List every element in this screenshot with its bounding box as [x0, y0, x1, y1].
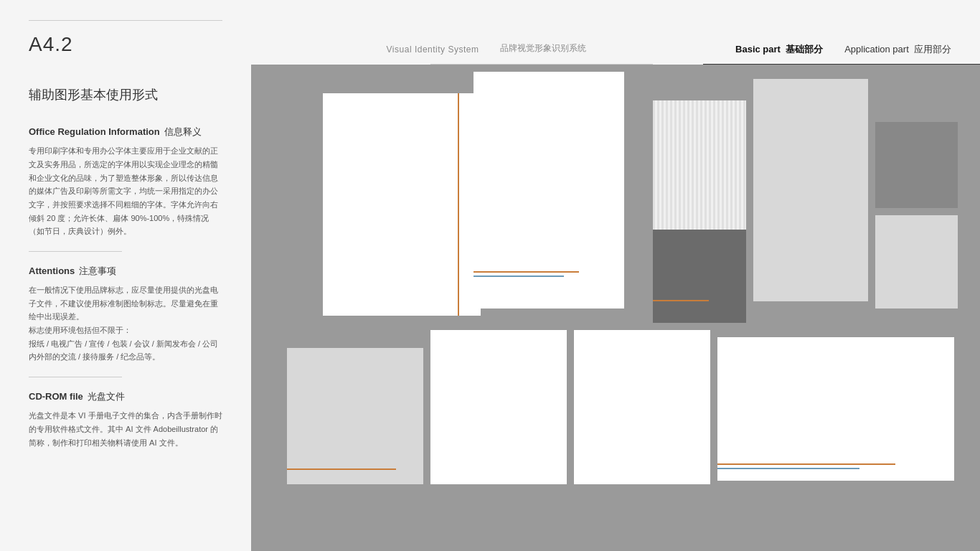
section3-title-cn: 光盘文件	[88, 390, 125, 403]
left-panel: 辅助图形基本使用形式 Office Regulation Information…	[0, 65, 251, 551]
card-7	[875, 215, 958, 309]
card-6	[875, 122, 958, 208]
right-panel	[251, 65, 980, 551]
divider-1	[29, 251, 122, 252]
section1-title-en: Office Regulation Information	[29, 126, 160, 137]
vis-title-cn: 品牌视觉形象识别系统	[500, 42, 586, 55]
card-8	[287, 348, 423, 484]
header: A4.2 Visual Identity System 品牌视觉形象识别系统 B…	[0, 0, 980, 65]
header-right: Basic part 基础部分 Application part 应用部分	[722, 43, 980, 56]
header-bottom-line	[703, 64, 980, 65]
nav-application-part[interactable]: Application part 应用部分	[844, 43, 951, 56]
page-subtitle: 辅助图形基本使用形式	[29, 86, 222, 104]
section3-title-en: CD-ROM file	[29, 391, 83, 402]
card-2	[473, 72, 624, 309]
vis-title-en: Visual Identity System	[387, 44, 479, 55]
card-10	[574, 330, 710, 484]
card-3-striped	[653, 100, 746, 230]
section1-title-cn: 信息释义	[164, 126, 202, 138]
section2-title-en: Attentions	[29, 265, 75, 276]
card-11	[717, 337, 954, 481]
section2-title-cn: 注意事项	[79, 265, 116, 278]
header-left: A4.2	[0, 33, 251, 56]
section3-body: 光盘文件是本 VI 手册电子文件的集合，内含手册制作时的专用软件格式文件。其中 …	[29, 409, 222, 449]
section-office: Office Regulation Information 信息释义 专用印刷字…	[29, 126, 222, 238]
section1-body: 专用印刷字体和专用办公字体主要应用于企业文献的正文及实务用品，所选定的字体用以实…	[29, 144, 222, 238]
card-9	[430, 330, 567, 484]
page-number: A4.2	[29, 33, 73, 55]
header-center: Visual Identity System 品牌视觉形象识别系统	[251, 42, 722, 56]
section-cdrom: CD-ROM file 光盘文件 光盘文件是本 VI 手册电子文件的集合，内含手…	[29, 390, 222, 449]
divider-2	[29, 377, 122, 377]
section2-body: 在一般情况下使用品牌标志，应尽量使用提供的光盘电子文件，不建议使用标准制图绘制标…	[29, 283, 222, 364]
section-attentions: Attentions 注意事项 在一般情况下使用品牌标志，应尽量使用提供的光盘电…	[29, 265, 222, 364]
card-1	[323, 93, 481, 316]
nav-basic-part[interactable]: Basic part 基础部分	[735, 43, 823, 56]
header-center-line	[430, 64, 653, 65]
header-top-line	[29, 20, 222, 21]
main: 辅助图形基本使用形式 Office Regulation Information…	[0, 65, 980, 551]
card-4-dark	[653, 230, 746, 323]
card-5	[753, 79, 868, 301]
